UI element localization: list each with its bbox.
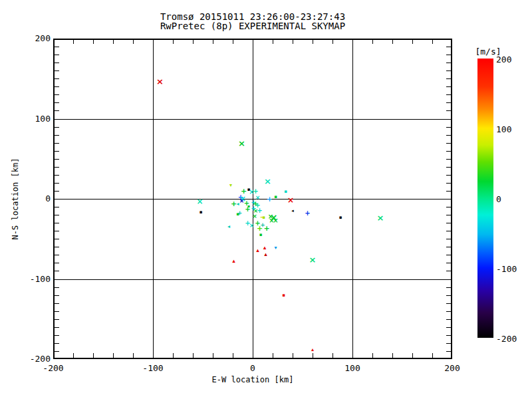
y-minor-tick: [446, 215, 452, 215]
y-tick-label: 100: [23, 114, 51, 124]
y-minor-tick: [54, 143, 59, 144]
x-minor-tick: [332, 39, 333, 44]
y-minor-tick: [446, 295, 452, 296]
echo-marker: ▪: [247, 204, 250, 208]
y-tick-label: 0: [23, 194, 51, 204]
echo-marker: +: [305, 209, 310, 216]
y-minor-tick: [54, 207, 59, 207]
colorbar-tick-label: 100: [496, 124, 529, 135]
y-minor-tick: [54, 183, 59, 184]
echo-marker: ▪: [200, 210, 203, 215]
echo-marker: ▴: [263, 245, 267, 251]
x-minor-tick: [392, 353, 393, 358]
y-minor-tick: [446, 55, 452, 55]
x-tick-label: 100: [332, 363, 372, 374]
y-minor-tick: [446, 159, 452, 160]
echo-marker: +: [237, 210, 243, 216]
y-tick-label: -200: [23, 354, 51, 364]
y-minor-tick: [446, 343, 452, 344]
x-minor-tick: [133, 39, 134, 44]
y-minor-tick: [446, 102, 452, 103]
y-minor-tick: [54, 47, 59, 47]
x-minor-tick: [93, 353, 94, 358]
y-minor-tick: [54, 263, 59, 263]
y-minor-tick: [446, 94, 452, 95]
x-tick-label: 200: [432, 363, 472, 374]
y-minor-tick: [54, 327, 59, 328]
y-minor-tick: [446, 183, 452, 184]
y-minor-tick: [446, 239, 452, 239]
x-axis-title: E-W location [km]: [53, 375, 452, 384]
y-minor-tick: [54, 151, 59, 152]
x-minor-tick: [372, 39, 373, 44]
x-minor-tick: [173, 353, 174, 358]
velocity-colorbar: [477, 59, 493, 338]
x-minor-tick: [113, 39, 114, 44]
x-minor-tick: [173, 39, 174, 44]
echo-marker: ▪: [282, 293, 285, 298]
y-minor-tick: [446, 127, 452, 128]
y-minor-tick: [54, 223, 59, 223]
echo-marker: ×: [252, 213, 257, 219]
echo-marker: ×: [249, 223, 255, 229]
y-minor-tick: [446, 255, 452, 255]
y-minor-tick: [54, 295, 59, 296]
y-minor-tick: [54, 86, 59, 87]
x-minor-tick: [332, 353, 333, 358]
echo-marker: +: [257, 225, 263, 232]
x-minor-tick: [293, 39, 293, 44]
skymap-page: { "header": { "title_line1": "Tromsø 201…: [0, 0, 532, 399]
echo-marker: ×: [156, 77, 164, 86]
x-minor-tick: [273, 353, 273, 358]
y-minor-tick: [54, 55, 59, 55]
x-minor-tick: [313, 353, 313, 358]
x-tick-label: -100: [133, 363, 173, 374]
y-minor-tick: [54, 167, 59, 168]
y-minor-tick: [54, 303, 59, 304]
x-minor-tick: [193, 353, 194, 358]
x-minor-tick: [233, 39, 233, 44]
echo-marker: ×: [287, 196, 294, 204]
colorbar-tick-label: -200: [496, 334, 529, 344]
y-minor-tick: [446, 110, 452, 111]
x-minor-tick: [313, 39, 313, 44]
y-minor-tick: [54, 70, 59, 71]
x-minor-tick: [193, 39, 194, 44]
y-minor-tick: [446, 287, 452, 288]
echo-marker: ▴: [232, 258, 235, 264]
x-tick-label: 0: [233, 363, 273, 374]
y-minor-tick: [54, 215, 59, 215]
echo-marker: –: [260, 214, 263, 220]
y-minor-tick: [446, 271, 452, 271]
x-minor-tick: [432, 353, 433, 358]
y-minor-tick: [54, 335, 59, 336]
y-minor-tick: [446, 86, 452, 87]
y-minor-tick: [446, 263, 452, 263]
x-minor-tick: [113, 353, 114, 358]
x-minor-tick: [273, 39, 273, 44]
y-minor-tick: [54, 159, 59, 160]
colorbar-tick-label: 0: [496, 194, 529, 205]
x-minor-tick: [213, 39, 213, 44]
x-minor-tick: [293, 353, 293, 358]
x-minor-tick: [432, 39, 433, 44]
y-minor-tick: [54, 231, 59, 231]
y-minor-tick: [446, 311, 452, 312]
y-minor-tick: [446, 207, 452, 207]
echo-marker: ×: [309, 255, 317, 264]
y-minor-tick: [446, 63, 452, 63]
y-minor-tick: [446, 327, 452, 328]
echo-marker: ▪: [259, 233, 263, 238]
echo-marker: ×: [264, 176, 271, 185]
echo-marker: ▪: [339, 215, 342, 220]
x-minor-tick: [233, 353, 233, 358]
y-minor-tick: [446, 135, 452, 136]
echo-marker: ×: [238, 139, 245, 148]
y-minor-tick: [446, 319, 452, 320]
y-minor-tick: [446, 191, 452, 192]
y-minor-tick: [54, 135, 59, 136]
y-minor-tick: [446, 303, 452, 304]
gridline-y-100: [53, 119, 452, 120]
gridline-y--100: [53, 279, 452, 280]
y-minor-tick: [54, 175, 59, 176]
